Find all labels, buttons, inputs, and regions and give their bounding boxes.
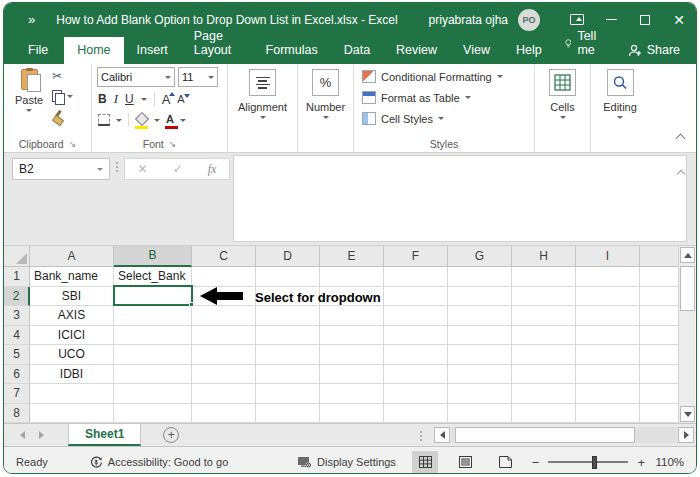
font-dialog-launcher-icon[interactable]: ↘: [169, 139, 177, 149]
tab-insert[interactable]: Insert: [124, 37, 181, 64]
column-header-I[interactable]: I: [576, 246, 640, 267]
cell-A6[interactable]: IDBI: [30, 365, 114, 385]
clipboard-dialog-launcher-icon[interactable]: ↘: [69, 139, 77, 149]
next-sheet-button[interactable]: [39, 431, 44, 439]
cell[interactable]: [192, 326, 256, 346]
cell[interactable]: [512, 267, 576, 287]
cell[interactable]: [320, 365, 384, 385]
cell[interactable]: [320, 384, 384, 404]
copy-dropdown-icon[interactable]: [67, 95, 73, 98]
cell-A3[interactable]: AXIS: [30, 306, 114, 326]
cell[interactable]: [512, 345, 576, 365]
cell[interactable]: [192, 365, 256, 385]
row-header-7[interactable]: 7: [4, 384, 30, 404]
cell[interactable]: [576, 267, 640, 287]
cell[interactable]: [384, 365, 448, 385]
cell[interactable]: [576, 306, 640, 326]
column-header-F[interactable]: F: [384, 246, 448, 267]
tab-help[interactable]: Help: [503, 37, 555, 64]
fill-handle[interactable]: [189, 302, 194, 307]
cell[interactable]: [640, 267, 682, 287]
page-break-preview-button[interactable]: [492, 451, 518, 473]
cell[interactable]: [576, 326, 640, 346]
cell[interactable]: [448, 267, 512, 287]
cell[interactable]: [320, 267, 384, 287]
font-name-combobox[interactable]: Calibri: [97, 67, 175, 87]
cell[interactable]: [320, 326, 384, 346]
scroll-down-button[interactable]: [680, 406, 695, 422]
cell[interactable]: [384, 287, 448, 307]
cells-dropdown-icon[interactable]: [560, 116, 566, 119]
cell[interactable]: [448, 326, 512, 346]
zoom-slider-handle[interactable]: [592, 456, 597, 469]
tab-scroll-splitter[interactable]: [420, 431, 422, 441]
scroll-left-button[interactable]: [434, 427, 450, 443]
row-header-4[interactable]: 4: [4, 326, 30, 346]
new-sheet-button[interactable]: +: [163, 427, 179, 443]
cell[interactable]: [384, 384, 448, 404]
horizontal-scroll-track[interactable]: [451, 427, 677, 443]
column-header-D[interactable]: D: [256, 246, 320, 267]
italic-button[interactable]: I: [114, 91, 118, 107]
alignment-dropdown-icon[interactable]: [260, 116, 266, 119]
page-layout-view-button[interactable]: [452, 451, 478, 473]
cell[interactable]: [448, 345, 512, 365]
collapse-formula-bar-button[interactable]: [678, 163, 684, 181]
zoom-out-button[interactable]: −: [532, 455, 540, 470]
cut-button[interactable]: ✂: [52, 68, 73, 84]
conditional-formatting-dropdown-icon[interactable]: [497, 75, 503, 78]
cancel-icon[interactable]: ✕: [138, 162, 148, 176]
row-header-2[interactable]: 2: [4, 287, 30, 307]
cell-B6[interactable]: [114, 365, 192, 385]
cell[interactable]: [448, 404, 512, 424]
cell[interactable]: [640, 345, 682, 365]
editing-dropdown-icon[interactable]: [617, 116, 623, 119]
maximize-button[interactable]: [628, 3, 662, 36]
cell[interactable]: [512, 404, 576, 424]
cell-A2[interactable]: SBI: [30, 287, 114, 307]
cell[interactable]: [512, 384, 576, 404]
name-box[interactable]: B2: [12, 158, 110, 180]
cell[interactable]: [384, 267, 448, 287]
cell[interactable]: [192, 404, 256, 424]
format-as-table-dropdown-icon[interactable]: [465, 96, 471, 99]
copy-button[interactable]: [52, 88, 73, 104]
cell[interactable]: [640, 384, 682, 404]
formula-bar-resize-handle[interactable]: [116, 162, 118, 172]
cell-A1[interactable]: Bank_name: [30, 267, 114, 287]
cell-styles-dropdown-icon[interactable]: [438, 117, 444, 120]
column-header-G[interactable]: G: [448, 246, 512, 267]
cell[interactable]: [256, 365, 320, 385]
conditional-formatting-button[interactable]: Conditional Formatting: [362, 70, 503, 83]
cell[interactable]: [192, 306, 256, 326]
tab-view[interactable]: View: [450, 37, 503, 64]
editing-button[interactable]: [607, 69, 634, 96]
cell[interactable]: [384, 326, 448, 346]
underline-dropdown-icon[interactable]: [141, 98, 147, 101]
cell[interactable]: [256, 326, 320, 346]
tab-file[interactable]: File: [12, 37, 64, 64]
cell-B1[interactable]: Select_Bank: [114, 267, 192, 287]
row-header-1[interactable]: 1: [4, 267, 30, 287]
select-all-button[interactable]: [4, 246, 30, 267]
cell[interactable]: [576, 384, 640, 404]
font-size-combobox[interactable]: 11: [178, 67, 218, 87]
enter-icon[interactable]: ✓: [173, 162, 183, 176]
decrease-font-size-button[interactable]: A: [177, 93, 184, 105]
close-button[interactable]: ✕: [662, 3, 696, 36]
cell-A7[interactable]: [30, 384, 114, 404]
formula-input[interactable]: [233, 155, 687, 242]
underline-button[interactable]: U: [125, 92, 134, 106]
name-box-dropdown-icon[interactable]: [97, 168, 103, 171]
column-header-B[interactable]: B: [114, 246, 192, 267]
vertical-scroll-thumb[interactable]: [680, 266, 695, 311]
cell[interactable]: [512, 326, 576, 346]
paste-dropdown-icon[interactable]: [26, 109, 32, 112]
row-header-6[interactable]: 6: [4, 365, 30, 385]
tab-formulas[interactable]: Formulas: [253, 37, 331, 64]
cell[interactable]: [576, 365, 640, 385]
cell-A8[interactable]: [30, 404, 114, 424]
cell[interactable]: [448, 384, 512, 404]
avatar[interactable]: PO: [518, 9, 540, 31]
tell-me-button[interactable]: Tell me: [555, 23, 612, 64]
